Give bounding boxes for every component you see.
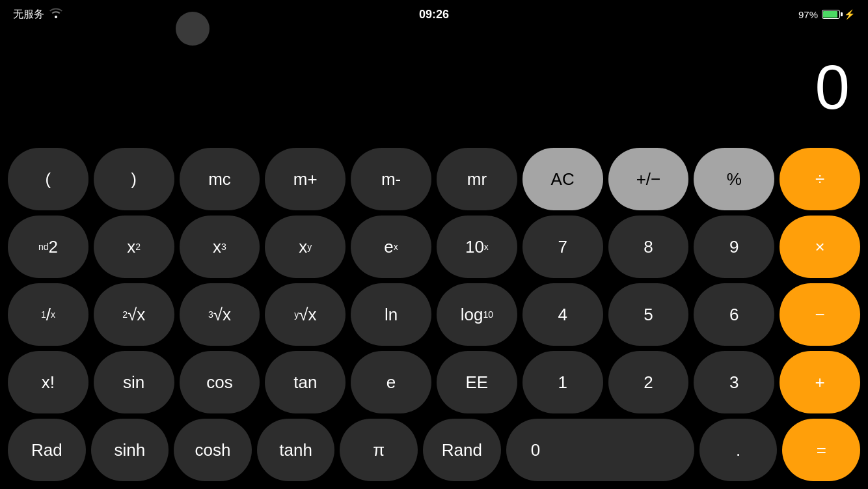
battery-percent-label: 97%: [798, 9, 818, 20]
signal-label: 无服务: [13, 8, 44, 21]
btn-sqrt-x[interactable]: 2√x: [94, 283, 174, 346]
btn-four[interactable]: 4: [522, 283, 603, 346]
btn-log10[interactable]: log10: [437, 283, 517, 346]
btn-2nd[interactable]: nd2: [8, 216, 88, 278]
battery-fill: [823, 11, 837, 18]
calc-row-1: nd2x2x3xyex10x789×: [8, 216, 860, 278]
btn-five[interactable]: 5: [608, 283, 689, 346]
btn-multiply[interactable]: ×: [780, 216, 860, 278]
display-value: 0: [815, 51, 848, 123]
btn-one[interactable]: 1: [522, 351, 603, 413]
calc-row-4: RadsinhcoshtanhπRand0.=: [8, 419, 860, 481]
btn-subtract[interactable]: −: [780, 283, 860, 346]
btn-x-squared[interactable]: x2: [94, 216, 174, 278]
btn-x-to-y[interactable]: xy: [265, 216, 346, 278]
btn-sin[interactable]: sin: [94, 351, 174, 413]
calc-row-3: x!sincostaneEE123+: [8, 351, 860, 413]
btn-m-minus[interactable]: m-: [351, 148, 431, 210]
btn-plus-minus[interactable]: +/−: [608, 148, 689, 210]
btn-eight[interactable]: 8: [608, 216, 689, 278]
calc-grid: ()mcm+m-mrAC+/−%÷nd2x2x3xyex10x789×1/x2√…: [0, 143, 868, 489]
wifi-icon: [49, 8, 62, 21]
btn-e-to-x[interactable]: ex: [351, 216, 431, 278]
charging-icon: ⚡: [844, 9, 855, 20]
btn-yth-root-x[interactable]: y√x: [265, 283, 346, 346]
btn-zero[interactable]: 0: [506, 419, 694, 481]
btn-cbrt-x[interactable]: 3√x: [180, 283, 260, 346]
btn-mc[interactable]: mc: [180, 148, 260, 210]
btn-x-factorial[interactable]: x!: [8, 351, 88, 413]
btn-10-to-x[interactable]: 10x: [437, 216, 517, 278]
display-area: 0: [0, 29, 868, 136]
btn-mr[interactable]: mr: [437, 148, 517, 210]
battery-body: [822, 10, 840, 19]
btn-ee[interactable]: EE: [437, 351, 517, 413]
calc-row-0: ()mcm+m-mrAC+/−%÷: [8, 148, 860, 210]
btn-six[interactable]: 6: [694, 283, 774, 346]
btn-three[interactable]: 3: [694, 351, 774, 413]
btn-tan[interactable]: tan: [265, 351, 346, 413]
btn-two[interactable]: 2: [608, 351, 689, 413]
battery-icon: [822, 10, 840, 19]
status-bar: 无服务 09:26 97% ⚡: [0, 0, 868, 29]
btn-cosh[interactable]: cosh: [174, 419, 252, 481]
btn-pi[interactable]: π: [340, 419, 418, 481]
btn-rad[interactable]: Rad: [8, 419, 86, 481]
btn-ac[interactable]: AC: [522, 148, 603, 210]
btn-cos[interactable]: cos: [180, 351, 260, 413]
status-right: 97% ⚡: [798, 9, 855, 20]
btn-one-over-x[interactable]: 1/x: [8, 283, 88, 346]
btn-decimal[interactable]: .: [699, 419, 778, 481]
btn-close-paren[interactable]: ): [94, 148, 174, 210]
btn-m-plus[interactable]: m+: [265, 148, 346, 210]
btn-equals[interactable]: =: [782, 419, 860, 481]
btn-nine[interactable]: 9: [694, 216, 774, 278]
time-display: 09:26: [419, 8, 449, 21]
btn-seven[interactable]: 7: [522, 216, 603, 278]
calc-row-2: 1/x2√x3√xy√xlnlog10456−: [8, 283, 860, 346]
btn-percent[interactable]: %: [694, 148, 774, 210]
btn-ln[interactable]: ln: [351, 283, 431, 346]
btn-sinh[interactable]: sinh: [91, 419, 169, 481]
btn-x-cubed[interactable]: x3: [180, 216, 260, 278]
btn-add[interactable]: +: [780, 351, 860, 413]
btn-euler-e[interactable]: e: [351, 351, 431, 413]
btn-divide[interactable]: ÷: [780, 148, 860, 210]
btn-tanh[interactable]: tanh: [257, 419, 335, 481]
btn-open-paren[interactable]: (: [8, 148, 88, 210]
status-left: 无服务: [13, 8, 62, 21]
btn-rand[interactable]: Rand: [423, 419, 501, 481]
